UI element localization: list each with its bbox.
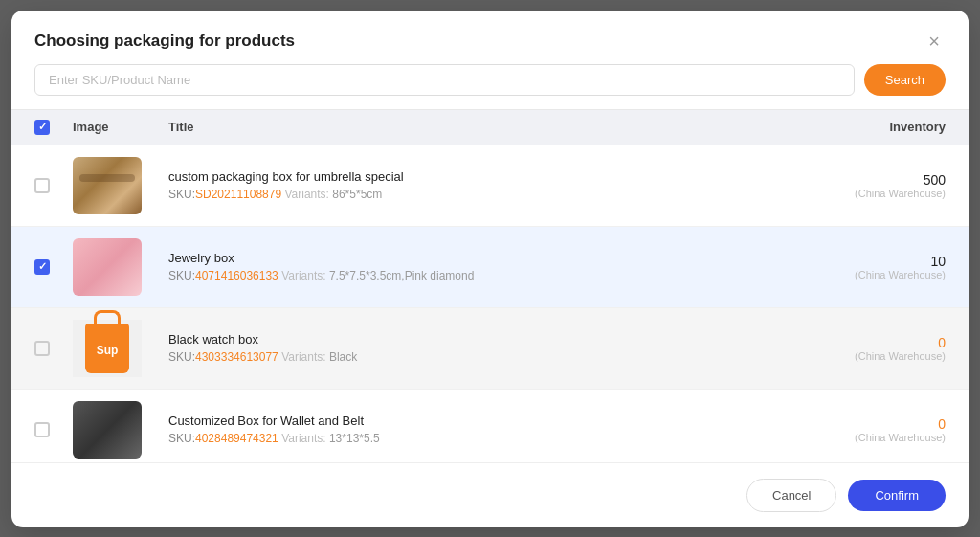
- inventory-warehouse-4: (China Warehouse): [812, 432, 946, 443]
- sku-id-1: SD20211108879: [195, 188, 281, 201]
- variants-val-1: 86*5*5cm: [332, 188, 382, 201]
- modal-overlay: Choosing packaging for products × Search…: [0, 0, 980, 537]
- select-all-checkbox[interactable]: [34, 120, 50, 135]
- table-row: Sup Black watch box SKU:4303334613077 Va…: [11, 308, 969, 390]
- modal-title: Choosing packaging for products: [34, 32, 295, 51]
- product-image-3: Sup: [73, 320, 142, 377]
- inventory-cell-4: 0 (China Warehouse): [812, 416, 946, 443]
- inventory-cell-3: 0 (China Warehouse): [812, 335, 946, 362]
- modal-footer: Cancel Confirm: [11, 462, 969, 527]
- product-sku-2: SKU:4071416036133 Variants: 7.5*7.5*3.5c…: [168, 269, 802, 282]
- inventory-cell-1: 500 (China Warehouse): [812, 172, 946, 199]
- modal-header: Choosing packaging for products ×: [11, 11, 969, 64]
- row-checkbox-1[interactable]: [34, 178, 50, 193]
- variants-label-1: Variants:: [284, 188, 332, 201]
- inventory-warehouse-2: (China Warehouse): [812, 269, 946, 280]
- sku-id-4: 4028489474321: [195, 432, 278, 445]
- product-info-3: Black watch box SKU:4303334613077 Varian…: [168, 332, 812, 364]
- table-body: custom packaging box for umbrella specia…: [11, 145, 969, 462]
- close-button[interactable]: ×: [923, 30, 946, 53]
- product-info-2: Jewelry box SKU:4071416036133 Variants: …: [168, 251, 812, 282]
- table-row: custom packaging box for umbrella specia…: [11, 145, 969, 227]
- row-checkbox-3[interactable]: [34, 341, 50, 356]
- table-row: Jewelry box SKU:4071416036133 Variants: …: [11, 227, 969, 308]
- row-checkbox-4[interactable]: [34, 422, 50, 437]
- variants-label-3: Variants:: [281, 350, 329, 364]
- table-row: Customized Box for Wallet and Belt SKU:4…: [11, 390, 969, 462]
- product-info-1: custom packaging box for umbrella specia…: [168, 169, 812, 201]
- variants-label-2: Variants:: [281, 269, 329, 282]
- sku-id-2: 4071416036133: [195, 269, 278, 282]
- inventory-warehouse-3: (China Warehouse): [812, 350, 946, 362]
- variants-val-4: 13*13*5.5: [329, 432, 380, 445]
- col-header-inventory: Inventory: [812, 120, 946, 134]
- product-image-1: [73, 157, 142, 214]
- row-checkbox-2[interactable]: [34, 259, 50, 275]
- inventory-count-3: 0: [812, 335, 946, 350]
- table-header: Image Title Inventory: [11, 109, 969, 145]
- inventory-cell-2: 10 (China Warehouse): [812, 254, 946, 280]
- inventory-count-4: 0: [812, 416, 946, 432]
- product-image-4: [73, 401, 142, 459]
- search-bar: Search: [11, 64, 969, 109]
- product-sku-3: SKU:4303334613077 Variants: Black: [168, 350, 802, 364]
- product-sku-4: SKU:4028489474321 Variants: 13*13*5.5: [168, 432, 802, 445]
- product-image-2: [73, 238, 142, 296]
- inventory-count-1: 500: [812, 172, 946, 188]
- product-name-3: Black watch box: [168, 332, 802, 347]
- sku-id-3: 4303334613077: [195, 350, 278, 364]
- inventory-warehouse-1: (China Warehouse): [812, 188, 946, 199]
- product-info-4: Customized Box for Wallet and Belt SKU:4…: [168, 414, 812, 445]
- confirm-button[interactable]: Confirm: [848, 480, 946, 511]
- variants-label-4: Variants:: [281, 432, 329, 445]
- search-input[interactable]: [34, 64, 855, 96]
- col-header-image: Image: [73, 120, 168, 134]
- product-name-1: custom packaging box for umbrella specia…: [168, 169, 802, 184]
- product-name-2: Jewelry box: [168, 251, 802, 265]
- inventory-count-2: 10: [812, 254, 946, 269]
- product-sku-1: SKU:SD20211108879 Variants: 86*5*5cm: [168, 188, 802, 201]
- col-header-title: Title: [168, 120, 812, 134]
- product-name-4: Customized Box for Wallet and Belt: [168, 414, 802, 428]
- cancel-button[interactable]: Cancel: [746, 479, 836, 512]
- modal: Choosing packaging for products × Search…: [11, 11, 969, 527]
- search-button[interactable]: Search: [864, 64, 946, 96]
- variants-val-3: Black: [329, 350, 357, 364]
- bag-icon: Sup: [85, 324, 129, 373]
- variants-val-2: 7.5*7.5*3.5cm,Pink diamond: [329, 269, 474, 282]
